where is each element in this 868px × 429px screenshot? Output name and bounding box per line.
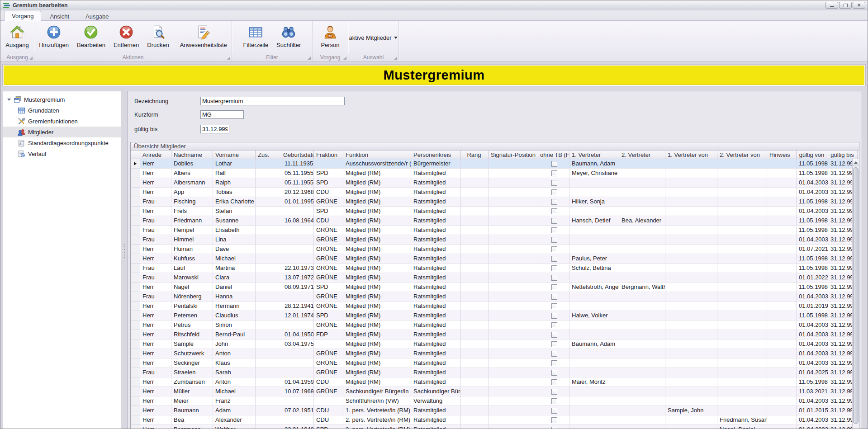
tab-ansicht[interactable]: Ansicht (42, 11, 77, 21)
checkbox-unchecked[interactable] (551, 275, 557, 281)
sidebar-item-grunddaten[interactable]: Grunddaten (3, 105, 121, 116)
table-row[interactable]: FrauFriedmannSusanne16.08.1964CDUMitglie… (131, 216, 852, 226)
row-selector[interactable] (131, 415, 140, 425)
row-selector[interactable] (131, 226, 140, 235)
splitter[interactable] (122, 89, 127, 429)
checkbox-unchecked[interactable] (551, 294, 557, 300)
table-row[interactable]: HerrAlbersmannRalph05.11.1955SPDMitglied… (131, 178, 852, 188)
table-row[interactable]: HerrRitschfeldBernd-Paul01.04.1950FDPMit… (131, 330, 852, 339)
row-selector[interactable] (131, 292, 140, 302)
checkbox-unchecked[interactable] (551, 170, 557, 176)
table-row[interactable]: HerrKuhfussMichaelGRÜNEMitglied (RM)Rats… (131, 254, 852, 264)
bearbeiten-button[interactable]: Bearbeiten (73, 22, 109, 53)
row-selector[interactable] (131, 197, 140, 207)
table-row[interactable]: FrauMarowskiClara13.07.1972GRÜNEMitglied… (131, 273, 852, 283)
checkbox-unchecked[interactable] (551, 237, 557, 243)
checkbox-unchecked[interactable] (551, 427, 557, 429)
sidebar-item-mustergremium[interactable]: Mustergremium (3, 94, 121, 105)
table-row[interactable]: FrauLaufMartina22.10.1973GRÜNEMitglied (… (131, 264, 852, 273)
restore-button[interactable] (839, 2, 852, 9)
table-row[interactable]: HerrAlbersRalf05.11.1955SPDMitglied (RM)… (131, 169, 852, 178)
column-header-rang[interactable]: Rang (461, 151, 489, 159)
dialog-launcher-icon[interactable] (307, 56, 311, 60)
scroll-up-button[interactable] (853, 159, 859, 166)
column-header-zus[interactable]: Zus. (256, 151, 282, 159)
column-header-g-ltig-bis[interactable]: gültig bis (828, 151, 858, 159)
minimize-button[interactable] (825, 2, 838, 9)
bezeichnung-input[interactable] (200, 97, 345, 105)
checkbox-unchecked[interactable] (551, 284, 557, 290)
sidebar-item-verlauf[interactable]: Verlauf (3, 148, 121, 159)
entfernen-button[interactable]: Entfernen (110, 22, 142, 53)
row-selector[interactable] (131, 387, 140, 396)
checkbox-unchecked[interactable] (551, 417, 557, 423)
table-row[interactable]: HerrBeaAlexanderCDU2. pers. Vertreter/in… (131, 415, 852, 425)
checkbox-unchecked[interactable] (551, 180, 557, 186)
table-row[interactable]: HerrHumanDaveGRÜNEMitglied (RM)Ratsmitgl… (131, 245, 852, 254)
row-selector[interactable] (131, 235, 140, 245)
checkbox-unchecked[interactable] (551, 208, 557, 214)
sidebar-item-mitglieder[interactable]: Mitglieder (3, 127, 121, 137)
column-header-2-vertreter-von[interactable]: 2. Vertreter von (717, 151, 767, 159)
scrollbar-thumb[interactable] (853, 167, 859, 424)
checkbox-unchecked[interactable] (551, 332, 557, 338)
close-button[interactable]: ✕ (853, 2, 865, 9)
column-header-vorname[interactable]: Vorname (213, 151, 256, 159)
row-selector[interactable] (131, 377, 140, 387)
table-row[interactable]: HerrPentalskiHermann28.12.1941GRÜNEMitgl… (131, 302, 852, 311)
table-row[interactable]: HerrBaumannAdam07.02.1951CDU1. pers. Ver… (131, 406, 852, 415)
column-header-g-ltig-von[interactable]: gültig von (797, 151, 828, 159)
row-selector[interactable] (131, 349, 140, 358)
dialog-launcher-icon[interactable] (226, 56, 230, 60)
table-row[interactable]: HerrSchutzwerkAntonGRÜNEMitglied (RM)Rat… (131, 349, 852, 358)
row-selector[interactable] (131, 216, 140, 226)
table-row[interactable]: FrauHimmelLinaGRÜNEMitglied (RM)Ratsmitg… (131, 235, 852, 245)
tab-ausgabe[interactable]: Ausgabe (78, 11, 116, 21)
table-row[interactable]: FrauNörenbergHannaGRÜNEMitglied (RM)Rats… (131, 292, 852, 302)
checkbox-unchecked[interactable] (551, 313, 557, 319)
checkbox-unchecked[interactable] (551, 379, 557, 385)
row-selector[interactable] (131, 302, 140, 311)
tab-vorgang[interactable]: Vorgang (4, 11, 41, 21)
checkbox-unchecked[interactable] (551, 256, 557, 262)
row-selector[interactable] (131, 283, 140, 292)
checkbox-unchecked[interactable] (551, 218, 557, 224)
filterzeile-button[interactable]: Filterzeile (240, 22, 272, 53)
checkbox-unchecked[interactable] (551, 303, 557, 309)
checkbox-unchecked[interactable] (551, 370, 557, 376)
column-header-1-vertreter[interactable]: 1. Vertreter (569, 151, 619, 159)
table-row[interactable]: FrauHempelElisabethGRÜNEMitglied (RM)Rat… (131, 226, 852, 235)
table-row[interactable]: FrauStraelenSarahGRÜNEMitglied (RM)Ratsm… (131, 368, 852, 377)
row-selector[interactable] (131, 264, 140, 273)
row-selector[interactable] (131, 396, 140, 406)
table-row[interactable]: HerrAppTobias20.12.1968CDUMitglied (RM)R… (131, 188, 852, 197)
row-selector[interactable] (131, 178, 140, 188)
row-selector[interactable] (131, 358, 140, 368)
table-row[interactable]: HerrMüllerMichael10.07.1969GRÜNESachkund… (131, 387, 852, 396)
checkbox-unchecked[interactable] (551, 246, 557, 252)
row-selector[interactable] (131, 273, 140, 283)
row-selector[interactable] (131, 368, 140, 377)
column-header-ohne-tb-fm[interactable]: ohne TB (FM) (539, 151, 569, 159)
table-row[interactable]: HerrFrelsStefanSPDMitglied (RM)Ratsmitgl… (131, 207, 852, 216)
checkbox-unchecked[interactable] (551, 161, 557, 167)
person-button[interactable]: DXPerson (317, 22, 343, 53)
row-selector[interactable] (131, 207, 140, 216)
vertical-scrollbar[interactable] (852, 159, 859, 429)
row-selector[interactable] (131, 406, 140, 415)
row-selector[interactable] (131, 169, 140, 178)
table-row[interactable]: HerrSeckingerKlausGRÜNEMitglied (RM)Rats… (131, 358, 852, 368)
table-row[interactable]: HerrPetrusSimonGRÜNEMitglied (RM)Ratsmit… (131, 321, 852, 330)
column-header-geburtsdatum[interactable]: Geburtsdatum (282, 151, 314, 159)
checkbox-unchecked[interactable] (551, 408, 557, 414)
table-row[interactable]: FrauFischingErika Charlotte01.01.1995GRÜ… (131, 197, 852, 207)
row-selector[interactable] (131, 188, 140, 197)
sidebar-item-standardtagesordnungspunkte[interactable]: 12Standardtagesordnungspunkte (3, 137, 121, 148)
table-row[interactable]: HerrSampleJohn03.04.1975Mitglied (RM)Rat… (131, 339, 852, 349)
row-selector[interactable] (131, 425, 140, 429)
row-selector[interactable] (131, 245, 140, 254)
g-ltig-bis-input[interactable] (200, 125, 229, 133)
checkbox-unchecked[interactable] (551, 227, 557, 233)
column-header-hinweis[interactable]: Hinweis (767, 151, 797, 159)
table-row[interactable]: HerrBergmannWalther23.01.1948SPD2. pers.… (131, 425, 852, 429)
